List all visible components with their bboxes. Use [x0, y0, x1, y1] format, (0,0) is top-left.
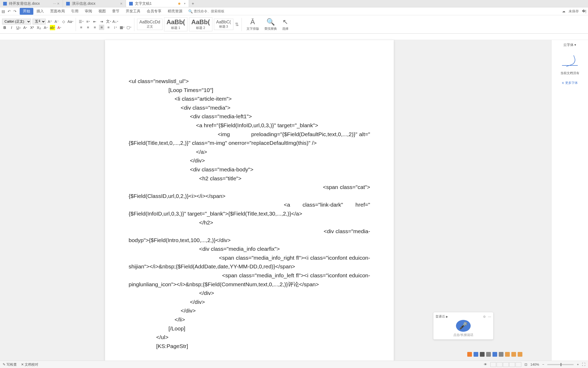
ribbon-tab-references[interactable]: 引用 — [68, 8, 82, 15]
command-search[interactable]: 🔍 — [188, 9, 225, 13]
undo-icon[interactable]: ↶ — [8, 9, 11, 13]
fit-icon[interactable]: ⊡ — [524, 362, 527, 366]
voice-record-button[interactable]: 🎤 — [456, 320, 471, 332]
redo-icon[interactable]: ↷ — [13, 9, 17, 13]
search-input[interactable] — [194, 9, 225, 13]
tool-icon-8[interactable] — [511, 352, 516, 357]
strikethrough-button[interactable]: A — [23, 25, 28, 30]
signature-icon — [562, 53, 578, 66]
style-heading3[interactable]: AaBbC(标题 3 — [214, 19, 233, 30]
underline-button[interactable]: U — [16, 25, 21, 30]
sort-button[interactable]: A↓ — [113, 19, 118, 24]
ribbon-tab-review[interactable]: 审阅 — [82, 8, 95, 15]
tool-icon-2[interactable] — [474, 352, 478, 357]
view-web-button[interactable] — [503, 362, 509, 367]
font-size-select[interactable]: 五号 — [33, 19, 46, 24]
increase-indent-button[interactable]: ⇥ — [99, 19, 104, 24]
ribbon-tab-devtools[interactable]: 开发工具 — [123, 8, 144, 15]
ribbon-tab-section[interactable]: 章节 — [109, 8, 123, 15]
subscript-button[interactable]: X₂ — [36, 25, 41, 30]
decrease-indent-button[interactable]: ⇤ — [92, 19, 97, 24]
paragraph-group: ☰ ≡ ⇤ ⇥ 文 A↓ ≡ ≡ ≡ ≡ ≡ ↕ ▦ ▢ — [78, 19, 132, 30]
distribute-button[interactable]: ≡ — [106, 25, 111, 30]
view-read-button[interactable] — [509, 362, 515, 367]
tool-icon-3[interactable] — [480, 352, 485, 357]
cloud-icon[interactable]: ☁ — [562, 9, 565, 13]
zoom-slider[interactable] — [547, 364, 574, 365]
styles-gallery[interactable]: AaBbCcDd正文 AaBb(标题 1 AaBb(标题 2 AaBbC(标题 … — [137, 17, 239, 31]
save-icon[interactable]: ▤ — [2, 9, 5, 13]
text-direction-button[interactable]: 文 — [106, 19, 111, 24]
ribbon-tab-pagelayout[interactable]: 页面布局 — [47, 8, 68, 15]
close-icon[interactable]: ✕ — [120, 2, 123, 6]
ribbon-tab-start[interactable]: 开始 — [20, 8, 33, 15]
minimize-icon[interactable]: — — [488, 315, 491, 319]
word-icon — [66, 2, 70, 6]
select-button[interactable]: ↖选择 — [280, 18, 291, 31]
text-layout-button[interactable]: Ā文字排版 — [244, 18, 261, 31]
style-normal[interactable]: AaBbCcDd正文 — [137, 19, 162, 30]
zoom-out-button[interactable]: − — [542, 362, 544, 366]
align-right-button[interactable]: ≡ — [92, 25, 97, 30]
font-color-button[interactable]: A — [57, 25, 62, 30]
shading-button[interactable]: ▦ — [119, 25, 125, 30]
cloud-font-dropdown[interactable]: 云字体 ▾ — [563, 43, 576, 47]
tool-icon-7[interactable] — [505, 352, 510, 357]
align-left-button[interactable]: ≡ — [78, 25, 84, 30]
clear-format-icon[interactable]: ◇ — [61, 19, 66, 24]
gear-icon[interactable]: ⚙ — [483, 315, 486, 319]
style-heading1[interactable]: AaBb(标题 1 — [164, 17, 187, 31]
tool-icon-4[interactable] — [486, 352, 491, 357]
highlight-button[interactable]: ab — [50, 25, 55, 30]
ribbon-tab-member[interactable]: 会员专享 — [144, 8, 165, 15]
style-heading2[interactable]: AaBb(标题 2 — [189, 17, 212, 31]
tool-icon-9[interactable] — [518, 352, 522, 357]
align-justify-button[interactable]: ≡ — [99, 25, 104, 30]
tab-doc-3[interactable]: 文字文稿1 ▾ — [126, 0, 189, 7]
tab-doc-1[interactable]: 待开发需信息.docx ⋯ ✕ — [0, 0, 63, 7]
shrink-font-icon[interactable]: A⁻ — [54, 19, 59, 24]
share-icon[interactable]: �إ — [582, 9, 586, 13]
superscript-button[interactable]: X² — [29, 25, 35, 30]
change-case-icon[interactable]: Aa — [68, 19, 73, 24]
line-spacing-button[interactable]: ↕ — [113, 25, 118, 30]
spell-check-status[interactable]: ✎ 写检查 — [3, 362, 17, 367]
font-name-select[interactable]: Calibri (正文) — [2, 19, 31, 24]
align-center-button[interactable]: ≡ — [85, 25, 91, 30]
grow-font-icon[interactable]: A⁺ — [47, 19, 52, 24]
tool-icon-1[interactable] — [467, 352, 472, 357]
document-content[interactable]: <ul class="newslistl_ul"> [Loop Times="1… — [129, 77, 370, 350]
zoom-level[interactable]: 140% — [531, 362, 539, 366]
chevron-right-icon[interactable]: ▶ — [446, 315, 448, 318]
find-replace-button[interactable]: 🔍查找替换 — [262, 18, 279, 31]
ribbon-tab-resources[interactable]: 稻壳资源 — [165, 8, 186, 15]
word-icon — [129, 2, 133, 6]
ribbon-tab-view[interactable]: 视图 — [95, 8, 109, 15]
view-focus-button[interactable] — [516, 362, 521, 367]
ribbon-tab-insert[interactable]: 插入 — [33, 8, 47, 15]
style-more-icon[interactable]: ⇅ — [235, 22, 239, 27]
zoom-in-button[interactable]: + — [577, 362, 579, 366]
document-area: <ul class="newslistl_ul"> [Loop Times="1… — [0, 40, 588, 361]
tab-doc-2[interactable]: 演示信息.docx ✕ — [63, 0, 126, 7]
borders-button[interactable]: ▢ — [126, 25, 132, 30]
italic-button[interactable]: I — [9, 25, 14, 30]
tab-menu-icon[interactable]: ▾ — [184, 2, 186, 5]
text-effects-button[interactable]: A — [43, 25, 48, 30]
bullets-button[interactable]: ☰ — [78, 19, 84, 24]
add-tab-button[interactable]: + — [189, 0, 197, 7]
more-fonts-link[interactable]: ⊕ 更多字体 — [562, 81, 578, 85]
proofing-status[interactable]: ✕ 文档校对 — [21, 362, 39, 367]
bold-button[interactable]: B — [2, 25, 7, 30]
eye-icon[interactable]: 👁 — [484, 362, 487, 366]
horizontal-ruler[interactable] — [0, 34, 588, 40]
close-icon[interactable]: ⋯ ✕ — [53, 2, 60, 6]
numbering-button[interactable]: ≡ — [85, 19, 91, 24]
tool-icon-6[interactable] — [499, 352, 503, 357]
view-outline-button[interactable] — [497, 362, 502, 367]
view-page-button[interactable] — [490, 362, 496, 367]
tool-icon-5[interactable] — [492, 352, 497, 357]
voice-language[interactable]: 普通话 — [435, 314, 445, 319]
fullscreen-icon[interactable]: ⛶ — [582, 362, 585, 366]
document-page[interactable]: <ul class="newslistl_ul"> [Loop Times="1… — [105, 40, 394, 361]
